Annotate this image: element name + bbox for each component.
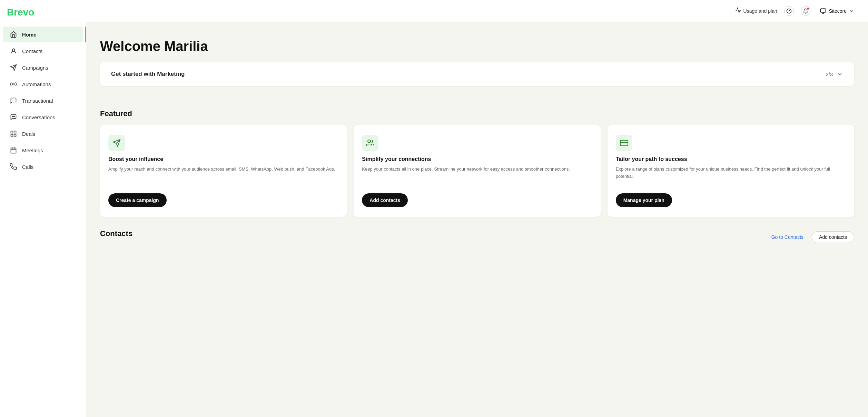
- contacts-title: Contacts: [100, 229, 132, 238]
- featured-card-1: Simplify your connections Keep your cont…: [354, 125, 600, 217]
- svg-rect-11: [11, 148, 16, 153]
- featured-section: Featured Boost your influence Amplify yo…: [86, 97, 868, 229]
- featured-cards-grid: Boost your influence Amplify your reach …: [100, 125, 854, 217]
- sidebar-item-label: Calls: [22, 164, 33, 170]
- contacts-header: Contacts Go to Contacts Add contacts: [100, 229, 854, 245]
- usage-icon: [735, 7, 741, 14]
- svg-rect-17: [820, 9, 826, 12]
- featured-card-1-desc: Keep your contacts all in one place. Str…: [362, 166, 592, 186]
- marketing-card-progress-section: 2/3: [826, 71, 843, 78]
- featured-card-0-desc: Amplify your reach and connect with your…: [108, 166, 338, 186]
- sidebar-item-label: Home: [22, 32, 37, 38]
- brand-logo: Brevo: [0, 7, 86, 26]
- contacts-add-button[interactable]: Add contacts: [812, 231, 854, 243]
- featured-card-1-title: Simplify your connections: [362, 156, 592, 162]
- manage-plan-button[interactable]: Manage your plan: [616, 193, 672, 207]
- featured-card-2-icon: [616, 135, 632, 151]
- sidebar-item-contacts[interactable]: Contacts: [3, 43, 83, 59]
- sidebar-item-calls[interactable]: Calls: [3, 159, 83, 175]
- featured-title: Featured: [100, 109, 854, 118]
- usage-plan-btn[interactable]: Usage and plan: [735, 7, 777, 14]
- svg-point-6: [14, 116, 15, 117]
- page-content: Welcome Marilia Get started with Marketi…: [86, 22, 868, 417]
- svg-rect-8: [14, 131, 16, 133]
- featured-card-1-icon: [362, 135, 378, 151]
- sidebar: Brevo Home Contacts Campaigns Automation…: [0, 0, 86, 417]
- account-name: Sitecore: [829, 8, 847, 14]
- notifications-button[interactable]: [801, 6, 810, 16]
- sidebar-item-label: Deals: [22, 131, 35, 137]
- sidebar-item-home[interactable]: Home: [3, 27, 83, 42]
- meetings-icon: [10, 146, 17, 154]
- svg-rect-9: [11, 134, 13, 136]
- sidebar-item-label: Campaigns: [22, 65, 48, 71]
- svg-point-4: [12, 116, 13, 117]
- contacts-icon: [10, 47, 17, 55]
- sidebar-item-deals[interactable]: Deals: [3, 126, 83, 142]
- deals-icon: [10, 130, 17, 138]
- home-icon: [10, 31, 17, 38]
- featured-card-0-icon: [108, 135, 125, 151]
- go-to-contacts-link[interactable]: Go to Contacts: [771, 234, 803, 240]
- svg-point-5: [13, 116, 14, 117]
- marketing-card[interactable]: Get started with Marketing 2/3: [100, 62, 854, 86]
- sidebar-item-label: Transactional: [22, 98, 53, 104]
- sidebar-item-transactional[interactable]: Transactional: [3, 93, 83, 109]
- automations-icon: [10, 80, 17, 88]
- svg-point-22: [368, 140, 371, 143]
- sidebar-item-label: Automations: [22, 81, 51, 87]
- campaigns-icon: [10, 64, 17, 71]
- featured-card-2-title: Tailor your path to success: [616, 156, 846, 162]
- notification-badge: [807, 7, 809, 10]
- featured-card-2-desc: Explore a range of plans customized for …: [616, 166, 846, 186]
- marketing-card-title: Get started with Marketing: [111, 71, 185, 78]
- featured-card-0-title: Boost your influence: [108, 156, 338, 162]
- calls-icon: [10, 163, 17, 171]
- top-header: Usage and plan Sitecore: [86, 0, 868, 22]
- welcome-banner: Welcome Marilia Get started with Marketi…: [86, 22, 868, 97]
- usage-plan-label: Usage and plan: [743, 8, 777, 14]
- sidebar-item-automations[interactable]: Automations: [3, 76, 83, 92]
- svg-point-0: [12, 49, 15, 51]
- help-button[interactable]: [784, 6, 794, 16]
- featured-card-0: Boost your influence Amplify your reach …: [100, 125, 347, 217]
- main-content: Usage and plan Sitecore Welcome Marilia …: [86, 0, 868, 417]
- account-button[interactable]: Sitecore: [817, 7, 857, 16]
- svg-rect-10: [14, 134, 16, 136]
- conversations-icon: [10, 113, 17, 121]
- sidebar-item-campaigns[interactable]: Campaigns: [3, 60, 83, 75]
- sidebar-item-label: Conversations: [22, 114, 55, 120]
- welcome-title: Welcome Marilia: [100, 39, 854, 54]
- contacts-section: Contacts Go to Contacts Add contacts: [86, 229, 868, 264]
- svg-rect-23: [620, 140, 628, 146]
- create-campaign-button[interactable]: Create a campaign: [108, 193, 167, 207]
- featured-card-2: Tailor your path to success Explore a ra…: [608, 125, 854, 217]
- sidebar-item-conversations[interactable]: Conversations: [3, 109, 83, 125]
- add-contacts-button[interactable]: Add contacts: [362, 193, 408, 207]
- sidebar-item-label: Meetings: [22, 148, 43, 153]
- transactional-icon: [10, 97, 17, 104]
- contacts-actions: Go to Contacts Add contacts: [771, 231, 854, 243]
- svg-point-3: [13, 83, 14, 85]
- sidebar-item-meetings[interactable]: Meetings: [3, 142, 83, 158]
- svg-rect-7: [11, 131, 13, 133]
- marketing-card-progress: 2/3: [826, 71, 833, 77]
- sidebar-item-label: Contacts: [22, 48, 42, 54]
